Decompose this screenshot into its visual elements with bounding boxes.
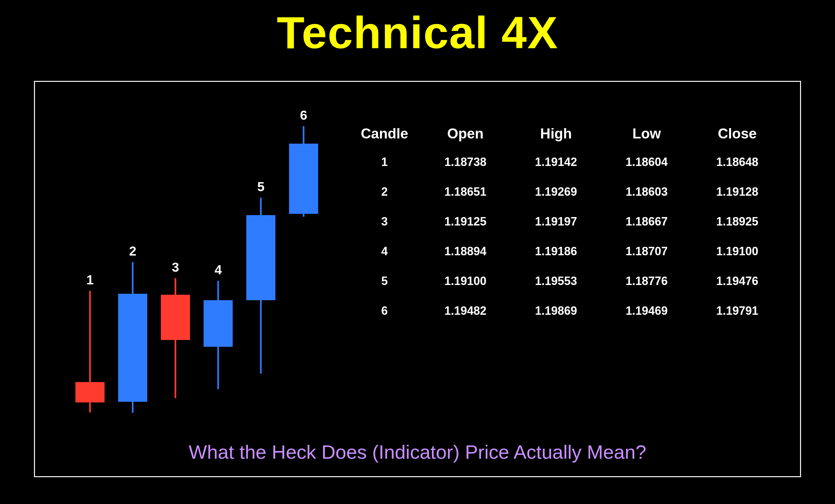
candle-label: 3: [172, 260, 179, 275]
candle-label: 2: [129, 244, 136, 258]
candle-1: 1: [76, 119, 104, 443]
cell-close: 1.18648: [692, 155, 782, 169]
candle-3: 3: [161, 119, 190, 443]
table-row: 1 1.18738 1.19142 1.18604 1.18648: [349, 155, 792, 169]
candle-5: 5: [246, 119, 276, 443]
cell-open: 1.19125: [420, 215, 511, 228]
cell-open: 1.18651: [420, 185, 511, 198]
candle-label: 5: [257, 180, 264, 194]
candlestick-chart: 123456: [72, 119, 357, 443]
cell-low: 1.18604: [601, 155, 692, 169]
cell-low: 1.18603: [601, 185, 692, 198]
cell-low: 1.19469: [601, 304, 692, 318]
cell-candle: 1: [349, 155, 420, 169]
cell-open: 1.19482: [420, 304, 511, 318]
candle-2: 2: [118, 119, 147, 443]
cell-close: 1.19100: [692, 245, 782, 258]
cell-candle: 5: [349, 274, 420, 288]
candle-label: 4: [215, 263, 222, 277]
cell-close: 1.19128: [692, 185, 782, 198]
cell-low: 1.18707: [601, 245, 692, 258]
table-row: 4 1.18894 1.19186 1.18707 1.19100: [349, 245, 792, 258]
cell-close: 1.19476: [692, 274, 782, 288]
cell-high: 1.19197: [511, 215, 601, 228]
col-header-high: High: [511, 126, 601, 142]
candle-body: [161, 295, 190, 340]
col-header-open: Open: [420, 126, 511, 142]
cell-high: 1.19186: [511, 245, 601, 258]
cell-low: 1.18667: [601, 215, 692, 228]
cell-open: 1.18894: [420, 245, 511, 258]
candle-body: [246, 215, 276, 300]
table-row: 2 1.18651 1.19269 1.18603 1.19128: [349, 185, 792, 198]
table-row: 3 1.19125 1.19197 1.18667 1.18925: [349, 215, 792, 228]
ohlc-table: Candle Open High Low Close 1 1.18738 1.1…: [349, 126, 792, 334]
candle-label: 6: [300, 108, 307, 123]
cell-candle: 3: [349, 215, 420, 228]
cell-candle: 4: [349, 245, 420, 258]
cell-open: 1.18738: [420, 155, 511, 169]
content-frame: 123456 Candle Open High Low Close 1 1.18…: [34, 81, 801, 477]
col-header-candle: Candle: [349, 126, 420, 142]
cell-high: 1.19142: [511, 155, 601, 169]
cell-high: 1.19553: [511, 274, 601, 288]
candle-6: 6: [289, 119, 318, 443]
table-row: 5 1.19100 1.19553 1.18776 1.19476: [349, 274, 792, 288]
cell-high: 1.19869: [511, 304, 601, 318]
cell-high: 1.19269: [511, 185, 601, 198]
cell-close: 1.18925: [692, 215, 782, 228]
col-header-close: Close: [692, 126, 782, 142]
candle-label: 1: [86, 273, 94, 287]
candle-4: 4: [204, 119, 233, 443]
candle-body: [204, 300, 233, 347]
table-row: 6 1.19482 1.19869 1.19469 1.19791: [349, 304, 792, 318]
table-header-row: Candle Open High Low Close: [349, 126, 792, 142]
col-header-low: Low: [601, 126, 692, 142]
candle-body: [289, 144, 318, 213]
cell-open: 1.19100: [420, 274, 511, 288]
candle-body: [118, 294, 147, 402]
page-title: Technical 4X: [0, 0, 835, 59]
subtitle: What the Heck Does (Indicator) Price Act…: [35, 441, 800, 463]
cell-low: 1.18776: [601, 274, 692, 288]
cell-candle: 2: [349, 185, 420, 198]
cell-candle: 6: [349, 304, 420, 318]
candle-body: [76, 382, 104, 402]
cell-close: 1.19791: [692, 304, 782, 318]
